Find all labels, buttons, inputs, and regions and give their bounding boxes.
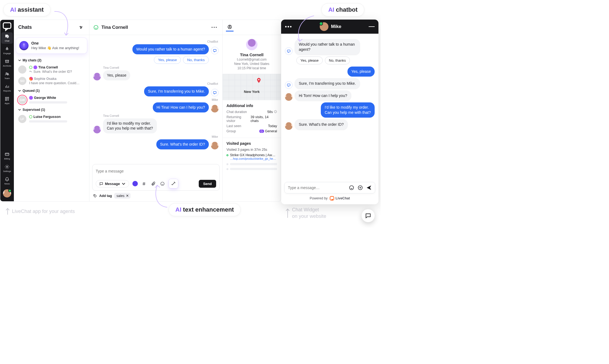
sender-label: Tina Cornell xyxy=(103,114,218,117)
nav-apps[interactable]: Apps xyxy=(1,95,13,106)
preview-placeholder xyxy=(29,101,67,103)
svg-point-19 xyxy=(258,79,259,80)
add-tag-button[interactable]: Add tag xyxy=(99,194,112,198)
svg-rect-7 xyxy=(5,153,9,156)
chat-item-luise[interactable]: LF Luise Fergusson xyxy=(15,113,88,125)
filter-button[interactable] xyxy=(77,24,85,31)
group-badge: G xyxy=(259,130,264,133)
svg-point-17 xyxy=(229,26,231,27)
callout-ai-assistant: AI assistant xyxy=(3,3,51,16)
one-avatar-icon xyxy=(19,41,29,50)
avatar: SO xyxy=(18,77,26,85)
section-supervised[interactable]: Supervised (1) xyxy=(15,106,88,113)
section-queued[interactable]: Queued (1) xyxy=(15,87,88,94)
message-bubble: I'd like to modify my order. Can you hel… xyxy=(103,118,157,134)
svg-rect-4 xyxy=(5,97,7,99)
reply-icon xyxy=(29,70,32,73)
sender-label: ChatBot xyxy=(93,82,218,85)
visited-summary: Visited 3 pages in 37m 25s xyxy=(226,148,277,152)
message-bubble: Hi Tom! How can I help you? xyxy=(295,90,351,101)
send-button[interactable]: Send xyxy=(199,180,216,188)
nav-news[interactable]: News xyxy=(1,175,13,187)
location-map[interactable]: New York xyxy=(223,74,281,100)
voice-icon[interactable] xyxy=(132,181,138,186)
nav-settings[interactable]: Settings xyxy=(1,163,13,174)
chat-item-tina[interactable]: Tina Cornell Sure. What's the order ID? xyxy=(15,64,88,75)
sender-label: Mike xyxy=(93,135,218,138)
callout-ai-chatbot: AI chatbot xyxy=(321,3,364,16)
avatar: GW xyxy=(18,96,26,104)
svg-rect-13 xyxy=(213,49,216,51)
svg-rect-5 xyxy=(8,97,9,99)
svg-point-23 xyxy=(350,186,354,190)
remove-tag-icon[interactable]: ✕ xyxy=(126,194,129,198)
chatbot-avatar-icon xyxy=(285,47,293,55)
chatbot-avatar-icon xyxy=(211,47,219,54)
preview-placeholder xyxy=(29,120,67,123)
customer-local-time: 10:15 PM local time xyxy=(237,66,266,70)
chat-item-name: Luise Fergusson xyxy=(33,115,61,119)
visited-page-row[interactable]: Strike GX Headphones | Awesome …hop.com/… xyxy=(226,153,277,160)
nav-chat[interactable]: Chat xyxy=(1,32,13,44)
chat-item-sophie[interactable]: SO Sophie Osaka I have one more question… xyxy=(15,75,88,87)
sender-label: ChatBot xyxy=(93,40,218,43)
message-bubble: Yes, please xyxy=(103,70,130,80)
avatar xyxy=(93,126,101,133)
additional-info-title: Additional info xyxy=(226,103,277,108)
powered-by-label: Powered by xyxy=(310,196,328,200)
sender-label: Mike xyxy=(93,98,218,101)
send-icon[interactable] xyxy=(366,185,372,190)
info-icon xyxy=(274,110,277,113)
sender-label: Tina Cornell xyxy=(103,66,218,69)
nav-team[interactable]: Team xyxy=(1,70,13,81)
quick-reply-no[interactable]: No, thanks xyxy=(183,56,209,64)
details-panel: Tina Cornell t.cornell@gmail.com New Yor… xyxy=(223,20,281,201)
section-my-chats[interactable]: My chats (2) xyxy=(15,56,88,64)
chat-launcher-button[interactable] xyxy=(362,209,375,222)
message-type-selector[interactable]: Message xyxy=(96,180,129,187)
emoji-icon[interactable] xyxy=(349,185,354,190)
nav-billing[interactable]: Billing xyxy=(1,150,13,162)
message-bubble: Yes, please xyxy=(347,67,375,77)
add-icon[interactable] xyxy=(358,185,363,190)
livechat-logo[interactable]: LiveChat xyxy=(330,196,350,200)
footnote-agent-app: LiveChat app for your agents xyxy=(5,208,75,215)
map-pin-icon xyxy=(256,77,262,84)
message-bubble: Sure. What's the order ID? xyxy=(156,139,209,149)
nav-archives[interactable]: Archives xyxy=(1,57,13,69)
chat-item-preview: I have one more question. Could… xyxy=(29,81,79,85)
chat-item-name: Sophie Osaka xyxy=(34,77,57,81)
details-tab-profile[interactable] xyxy=(226,23,234,32)
message-bubble: Would you rather talk to a human agent? xyxy=(132,44,209,54)
widget-message-input[interactable] xyxy=(288,186,346,190)
hashtag-icon[interactable] xyxy=(141,181,147,187)
status-smile-icon xyxy=(93,25,99,30)
one-subtitle: Hey Mike 👋 Ask me anything! xyxy=(31,46,79,50)
ai-assistant-card[interactable]: One Hey Mike 👋 Ask me anything! xyxy=(16,38,87,54)
chat-list-panel: Chats One Hey Mike 👋 Ask me anything! My… xyxy=(14,20,89,201)
brand-icon[interactable] xyxy=(1,21,13,31)
quick-reply-yes[interactable]: Yes, please xyxy=(296,57,323,64)
minimize-button[interactable] xyxy=(369,26,375,27)
svg-rect-21 xyxy=(287,50,290,52)
message-bubble: Sure, I'm transferring you to Mike. xyxy=(295,78,360,89)
svg-rect-0 xyxy=(3,23,11,29)
agent-avatar xyxy=(285,93,293,101)
message-input[interactable] xyxy=(96,167,216,175)
nav-engage[interactable]: Engage xyxy=(1,45,13,56)
tag-chip[interactable]: sales ✕ xyxy=(114,193,130,199)
current-user-avatar[interactable] xyxy=(3,189,11,197)
source-messenger-icon xyxy=(33,65,37,69)
svg-rect-22 xyxy=(287,84,290,86)
quick-reply-yes[interactable]: Yes, please xyxy=(154,56,181,64)
quick-reply-no[interactable]: No, thanks xyxy=(325,57,350,64)
conversation-title: Tina Cornell xyxy=(101,25,128,30)
nav-reports[interactable]: Reports xyxy=(1,82,13,94)
svg-point-12 xyxy=(94,25,98,29)
chat-item-george[interactable]: GW George White xyxy=(15,94,88,106)
avatar xyxy=(211,105,219,112)
avatar xyxy=(93,73,101,80)
chatbot-avatar-icon xyxy=(211,89,219,96)
more-button[interactable]: ··· xyxy=(210,23,219,32)
svg-point-2 xyxy=(6,73,7,74)
